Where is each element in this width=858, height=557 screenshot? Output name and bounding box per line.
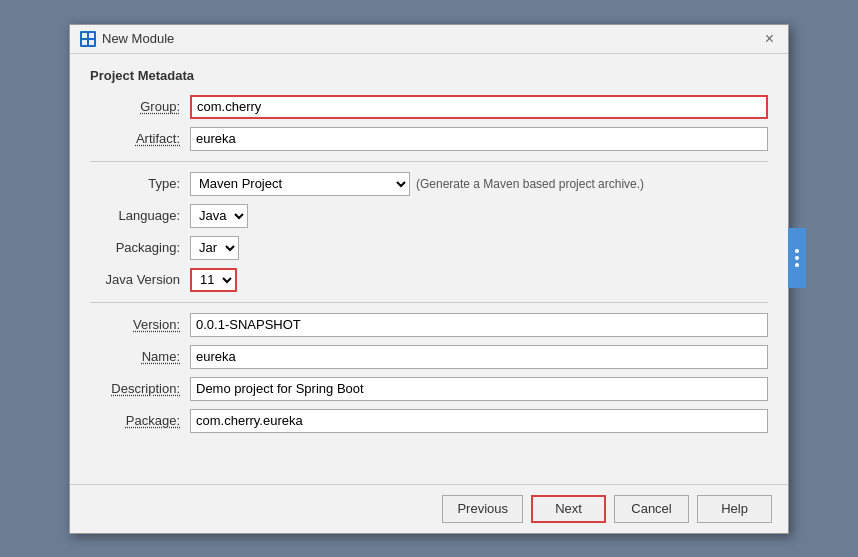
close-button[interactable]: × bbox=[761, 31, 778, 47]
section-title: Project Metadata bbox=[90, 68, 768, 83]
group-input[interactable] bbox=[190, 95, 768, 119]
artifact-row: Artifact: bbox=[90, 127, 768, 151]
language-label: Language: bbox=[90, 208, 190, 223]
dialog-footer: Previous Next Cancel Help bbox=[70, 484, 788, 533]
svg-rect-3 bbox=[89, 40, 94, 45]
separator-2 bbox=[90, 302, 768, 303]
group-row: Group: bbox=[90, 95, 768, 119]
name-label: Name: bbox=[90, 349, 190, 364]
java-version-row: Java Version 11 bbox=[90, 268, 768, 292]
type-label: Type: bbox=[90, 176, 190, 191]
tab-dot-3 bbox=[795, 263, 799, 267]
title-bar-left: New Module bbox=[80, 31, 174, 47]
svg-rect-1 bbox=[89, 33, 94, 38]
tab-dot-2 bbox=[795, 256, 799, 260]
cancel-button[interactable]: Cancel bbox=[614, 495, 689, 523]
next-button[interactable]: Next bbox=[531, 495, 606, 523]
type-controls: Maven Project (Generate a Maven based pr… bbox=[190, 172, 644, 196]
packaging-label: Packaging: bbox=[90, 240, 190, 255]
dialog-title: New Module bbox=[102, 31, 174, 46]
tab-dot-1 bbox=[795, 249, 799, 253]
packaging-select[interactable]: Jar bbox=[190, 236, 239, 260]
type-row: Type: Maven Project (Generate a Maven ba… bbox=[90, 172, 768, 196]
dialog-content: Project Metadata Group: Artifact: Type: … bbox=[70, 54, 788, 484]
new-module-dialog: New Module × Project Metadata Group: Art… bbox=[69, 24, 789, 534]
version-label: Version: bbox=[90, 317, 190, 332]
module-icon bbox=[80, 31, 96, 47]
type-hint: (Generate a Maven based project archive.… bbox=[416, 177, 644, 191]
help-button[interactable]: Help bbox=[697, 495, 772, 523]
group-label: Group: bbox=[90, 99, 190, 114]
artifact-label: Artifact: bbox=[90, 131, 190, 146]
version-input[interactable] bbox=[190, 313, 768, 337]
package-input[interactable] bbox=[190, 409, 768, 433]
java-version-label: Java Version bbox=[90, 272, 190, 287]
svg-rect-2 bbox=[82, 40, 87, 45]
packaging-row: Packaging: Jar bbox=[90, 236, 768, 260]
description-input[interactable] bbox=[190, 377, 768, 401]
type-select[interactable]: Maven Project bbox=[190, 172, 410, 196]
version-row: Version: bbox=[90, 313, 768, 337]
svg-rect-0 bbox=[82, 33, 87, 38]
description-label: Description: bbox=[90, 381, 190, 396]
package-label: Package: bbox=[90, 413, 190, 428]
name-row: Name: bbox=[90, 345, 768, 369]
previous-button[interactable]: Previous bbox=[442, 495, 523, 523]
separator-1 bbox=[90, 161, 768, 162]
package-row: Package: bbox=[90, 409, 768, 433]
java-version-select[interactable]: 11 bbox=[190, 268, 237, 292]
language-row: Language: Java bbox=[90, 204, 768, 228]
name-input[interactable] bbox=[190, 345, 768, 369]
sidebar-tab bbox=[788, 228, 806, 288]
description-row: Description: bbox=[90, 377, 768, 401]
language-select[interactable]: Java bbox=[190, 204, 248, 228]
artifact-input[interactable] bbox=[190, 127, 768, 151]
title-bar: New Module × bbox=[70, 25, 788, 54]
